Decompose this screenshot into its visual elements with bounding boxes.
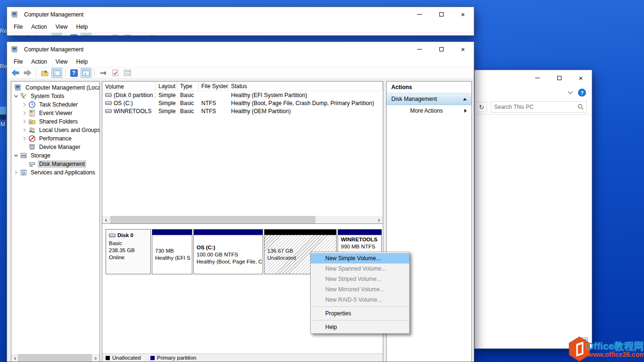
chevron-expanded-icon[interactable] [14,94,18,99]
tree-horizontal-scrollbar[interactable]: ‹ › [11,354,99,362]
close-button[interactable]: × [452,42,474,57]
column-header-status[interactable]: Status [228,82,383,91]
back-icon[interactable] [10,68,21,78]
chevron-collapsed-icon[interactable] [22,136,27,141]
partition-efi[interactable]: 730 MB Healthy (EFI S [152,229,192,274]
sidebar-item-device-manager[interactable]: Device Manager [11,143,99,151]
check-document-icon[interactable] [110,68,121,78]
ribbon-row: ? [475,86,592,99]
maximize-button[interactable] [430,42,452,57]
menu-action[interactable]: Action [27,22,51,32]
scroll-left-icon[interactable]: ‹ [102,216,110,223]
toolbar-icon[interactable] [183,33,194,36]
menu-item-new-simple-volume[interactable]: New Simple Volume... [311,253,409,263]
maximize-button[interactable] [548,70,570,86]
menu-item-help[interactable]: Help [311,322,409,332]
sidebar-item-system-tools[interactable]: System Tools [11,92,99,100]
volume-list: Volume Layout Type File System Status (D… [102,82,383,224]
sidebar-item-computer-management[interactable]: Computer Management (Local [11,83,99,92]
toolbar-icon[interactable] [122,33,133,36]
forward-icon[interactable] [22,68,33,78]
console-tree-icon[interactable] [51,33,62,36]
table-row[interactable]: OS (C:) Simple Basic NTFS Healthy (Boot,… [102,99,383,107]
menu-view[interactable]: View [51,22,72,32]
toolbar-icon[interactable] [134,33,145,36]
toolbar-icon[interactable] [171,33,182,36]
chevron-collapsed-icon[interactable] [14,170,18,175]
refresh-icon[interactable]: ↻ [477,102,487,112]
export-list-icon[interactable] [39,33,50,36]
maximize-button[interactable] [430,7,452,22]
export-list-icon[interactable] [39,68,50,78]
close-button[interactable]: × [570,70,592,86]
column-header-type[interactable]: Type [177,82,198,91]
titlebar[interactable]: Computer Management × [7,42,474,57]
volume-list-horizontal-scrollbar[interactable]: ‹ › [102,216,383,223]
search-input[interactable] [494,104,578,110]
scrollbar-thumb[interactable] [110,216,315,223]
menu-view[interactable]: View [51,57,72,66]
sidebar-item-event-viewer[interactable]: Event Viewer [11,109,99,117]
chevron-collapsed-icon[interactable] [22,119,27,124]
actions-group-disk-management[interactable]: Disk Management [387,93,471,105]
chevron-collapsed-icon[interactable] [22,128,27,132]
column-header-file-system[interactable]: File System [198,82,228,91]
scroll-right-icon[interactable]: › [375,216,383,223]
minimize-button[interactable] [409,7,430,22]
checklist-icon[interactable] [122,68,133,78]
scrollbar-thumb[interactable] [18,354,92,362]
cell-status: Healthy (Boot, Page File, Crash Dump, Pr… [228,100,383,107]
sidebar-item-shared-folders[interactable]: Shared Folders [11,117,99,126]
table-row[interactable]: (Disk 0 partition 1) Simple Basic Health… [102,91,383,99]
minimize-button[interactable] [409,42,430,57]
table-row[interactable]: WINRETOOLS Simple Basic NTFS Healthy (OE… [102,107,383,115]
desktop-icon-label-fragment[interactable]: Re [0,63,7,70]
column-header-layout[interactable]: Layout [156,82,177,91]
show-hide-console-icon[interactable] [81,33,91,36]
chevron-collapsed-icon[interactable] [22,102,27,107]
titlebar[interactable]: Computer Management × [7,7,474,22]
menu-file[interactable]: File [9,57,27,66]
chevron-expanded-icon[interactable] [14,153,18,158]
show-hide-console-icon[interactable] [81,68,91,78]
explorer-titlebar[interactable]: × [475,70,592,86]
desktop-icon-fragment[interactable] [0,107,6,120]
partition-os-c[interactable]: OS (C:) 100.00 GB NTFS Healthy (Boot, Pa… [193,229,263,274]
collapse-icon[interactable] [463,98,467,100]
menu-action[interactable]: Action [27,57,51,66]
volume-icon [105,93,112,97]
search-icon[interactable] [578,104,584,110]
sidebar-item-task-scheduler[interactable]: Task Scheduler [11,100,99,109]
menu-help[interactable]: Help [72,57,92,66]
help-icon[interactable]: ? [68,68,79,78]
console-tree-icon[interactable] [51,68,62,78]
minimize-button[interactable] [527,70,548,86]
menu-file[interactable]: File [9,22,27,32]
column-header-volume[interactable]: Volume [102,82,156,91]
cell-volume: OS (C:) [114,100,133,107]
search-box[interactable] [491,101,587,113]
toolbar-icon[interactable] [159,33,170,36]
sidebar-item-performance[interactable]: Performance [11,134,99,143]
help-icon[interactable]: ? [578,89,586,97]
help-icon[interactable]: ? [68,33,79,36]
toolbar-icon[interactable] [110,33,121,36]
tool-icon[interactable] [98,68,108,78]
chevron-collapsed-icon[interactable] [22,111,27,115]
more-actions-item[interactable]: More Actions [387,105,471,116]
disk-0-label[interactable]: Disk 0 Basic 238.35 GB Online [106,229,151,274]
forward-icon[interactable] [22,33,33,36]
menu-item-properties[interactable]: Properties [311,308,409,319]
chevron-down-icon[interactable] [568,91,573,95]
desktop-icon-label-fragment[interactable]: Re [0,28,7,34]
scroll-right-icon[interactable]: › [92,354,99,362]
back-icon[interactable] [10,33,21,36]
toolbar-icon[interactable] [147,33,157,36]
sidebar-item-disk-management[interactable]: Disk Management [11,160,99,168]
sidebar-item-local-users-and-groups[interactable]: Local Users and Groups [11,126,99,134]
toolbar-icon[interactable] [98,33,108,36]
sidebar-item-storage[interactable]: Storage [11,151,99,160]
close-button[interactable]: × [452,7,474,22]
menu-help[interactable]: Help [72,22,92,32]
sidebar-item-services-and-applications[interactable]: Services and Applications [11,168,99,177]
